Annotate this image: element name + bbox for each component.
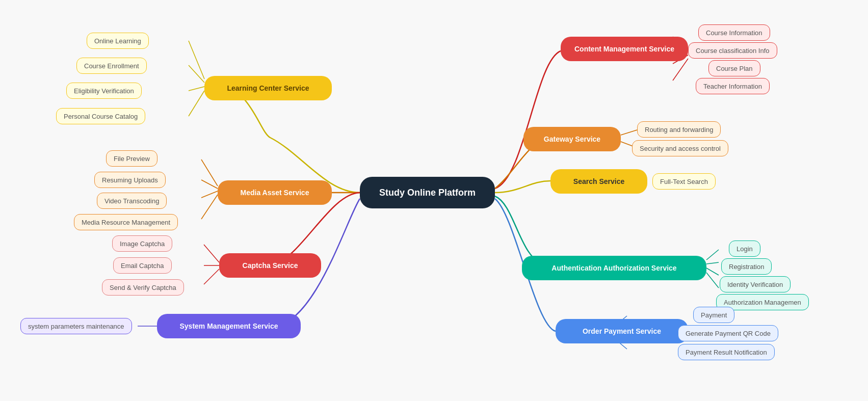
svg-line-22 xyxy=(706,273,719,288)
center-node: Study Online Platform xyxy=(360,177,495,208)
leaf-online-learning: Online Learning xyxy=(87,33,149,49)
leaf-file-preview: File Preview xyxy=(106,150,157,167)
leaf-course-information: Course Information xyxy=(698,24,770,41)
media-asset-node: Media Asset Service xyxy=(218,180,332,205)
leaf-registration: Registration xyxy=(721,258,772,275)
svg-line-19 xyxy=(706,250,719,260)
leaf-email-captcha: Email Captcha xyxy=(113,257,172,274)
leaf-system-params: system parameters maintenance xyxy=(20,318,132,334)
leaf-resuming-uploads: Resuming Uploads xyxy=(94,172,166,188)
leaf-image-captcha: Image Captcha xyxy=(112,235,172,252)
content-mgmt-node: Content Management Service xyxy=(561,37,688,61)
svg-line-0 xyxy=(189,41,204,79)
leaf-teacher-information: Teacher Information xyxy=(696,78,770,94)
leaf-course-plan: Course Plan xyxy=(708,60,760,76)
svg-line-15 xyxy=(673,59,688,81)
leaf-security-access: Security and access control xyxy=(632,140,728,156)
leaf-payment-notification: Payment Result Notification xyxy=(678,344,775,360)
gateway-node: Gateway Service xyxy=(523,127,621,151)
leaf-login: Login xyxy=(729,240,760,257)
auth-node: Authentication Authorization Service xyxy=(522,256,706,280)
order-node: Order Payment Service xyxy=(556,319,688,343)
leaf-video-transcoding: Video Transcoding xyxy=(97,193,167,209)
svg-line-6 xyxy=(201,191,218,198)
leaf-eligibility-verification: Eligibility Verification xyxy=(66,83,142,99)
svg-line-5 xyxy=(201,180,218,189)
svg-line-2 xyxy=(189,87,204,91)
leaf-payment: Payment xyxy=(693,307,734,323)
leaf-routing-forwarding: Routing and forwarding xyxy=(637,121,721,138)
svg-line-10 xyxy=(204,269,219,284)
captcha-node: Captcha Service xyxy=(219,253,321,278)
svg-line-1 xyxy=(189,65,204,83)
leaf-media-resource-mgmt: Media Resource Management xyxy=(74,214,178,230)
leaf-course-classification: Course classification Info xyxy=(688,42,777,59)
search-node: Search Service xyxy=(550,169,647,194)
leaf-generate-qr: Generate Payment QR Code xyxy=(678,325,778,341)
svg-line-16 xyxy=(621,130,637,135)
svg-line-4 xyxy=(201,159,218,186)
leaf-personal-course-catalog: Personal Course Catalog xyxy=(56,108,145,124)
svg-line-8 xyxy=(204,245,219,262)
system-mgmt-node: System Management Service xyxy=(157,314,301,338)
learning-center-node: Learning Center Service xyxy=(204,76,332,100)
svg-line-3 xyxy=(189,91,204,116)
leaf-course-enrollment: Course Enrollment xyxy=(76,58,147,74)
svg-line-7 xyxy=(201,195,218,219)
leaf-identity-verification: Identity Verification xyxy=(720,276,791,292)
svg-line-21 xyxy=(706,268,719,275)
leaf-send-verify-captcha: Send & Verify Captcha xyxy=(102,279,184,296)
svg-line-20 xyxy=(706,262,719,264)
leaf-fulltext-search: Full-Text Search xyxy=(652,173,716,190)
